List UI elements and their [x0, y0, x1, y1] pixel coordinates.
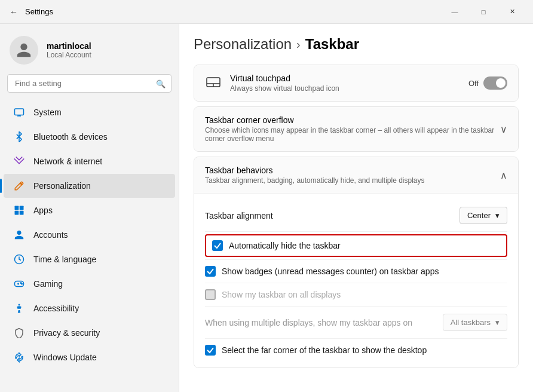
sidebar-item-update[interactable]: Windows Update	[4, 345, 175, 369]
section-header-text: Virtual touchpad Always show virtual tou…	[230, 74, 339, 93]
taskbar-behaviors-section: Taskbar behaviors Taskbar alignment, bad…	[194, 157, 519, 368]
window-controls: — □ ✕	[441, 2, 526, 22]
network-icon	[13, 155, 25, 167]
user-name: martinlocal	[47, 41, 91, 51]
corner-overflow-title: Taskbar corner overflow	[205, 115, 500, 125]
virtual-touchpad-desc: Always show virtual touchpad icon	[230, 84, 339, 93]
check-icon	[214, 242, 221, 249]
check-icon3	[207, 347, 214, 354]
alignment-dropdown[interactable]: Center ▾	[460, 207, 507, 224]
search-icon: 🔍	[156, 79, 166, 88]
svg-rect-3	[15, 206, 19, 210]
maximize-button[interactable]: □	[470, 2, 497, 22]
sidebar-nav: System Bluetooth & devices Network & int…	[0, 100, 179, 370]
sidebar-item-time[interactable]: Time & language	[4, 247, 175, 271]
section-header-left: Virtual touchpad Always show virtual tou…	[205, 74, 339, 93]
svg-point-13	[19, 304, 20, 306]
all-displays-row: Show my taskbar on all displays	[205, 284, 507, 305]
touchpad-toggle[interactable]	[483, 76, 507, 90]
app-title: Settings	[25, 7, 53, 16]
divider5	[205, 338, 507, 339]
search-box: 🔍	[7, 74, 171, 93]
sidebar-item-bluetooth[interactable]: Bluetooth & devices	[4, 125, 175, 149]
breadcrumb-separator: ›	[296, 38, 301, 51]
sidebar-item-gaming[interactable]: Gaming	[4, 272, 175, 296]
taskbar-corner-overflow-section: Taskbar corner overflow Choose which ico…	[194, 106, 519, 152]
alignment-chevron-icon: ▾	[495, 211, 500, 220]
time-icon	[13, 253, 25, 265]
minimize-button[interactable]: —	[441, 2, 468, 22]
sidebar-label-system: System	[33, 108, 62, 117]
app-body: martinlocal Local Account 🔍 System Bluet…	[0, 24, 533, 392]
alignment-value: Center	[467, 211, 491, 220]
privacy-icon	[13, 327, 25, 339]
auto-hide-row: Automatically hide the taskbar	[205, 234, 507, 257]
touchpad-icon	[205, 75, 222, 91]
title-bar-left: ← Settings	[7, 5, 53, 19]
toggle-switch: Off	[468, 76, 507, 90]
virtual-touchpad-title: Virtual touchpad	[230, 74, 339, 83]
divider3	[205, 283, 507, 283]
auto-hide-checkbox[interactable]	[212, 240, 223, 251]
show-badges-checkbox[interactable]	[205, 266, 216, 277]
system-icon	[13, 106, 25, 118]
sidebar-label-network: Network & internet	[33, 157, 102, 166]
sidebar: martinlocal Local Account 🔍 System Bluet…	[0, 24, 179, 392]
gaming-icon	[13, 278, 25, 290]
sidebar-label-gaming: Gaming	[33, 279, 63, 289]
avatar	[10, 36, 38, 65]
update-icon	[13, 351, 25, 363]
sidebar-label-time: Time & language	[33, 255, 96, 264]
all-displays-label: Show my taskbar on all displays	[222, 290, 341, 299]
multiple-displays-dropdown[interactable]: All taskbars ▾	[443, 314, 507, 331]
svg-rect-4	[20, 206, 24, 210]
divider2	[205, 259, 507, 260]
taskbar-behaviors-header[interactable]: Taskbar behaviors Taskbar alignment, bad…	[194, 157, 518, 193]
sidebar-item-system[interactable]: System	[4, 100, 175, 124]
svg-point-12	[22, 283, 23, 284]
toggle-label: Off	[468, 79, 479, 88]
behaviors-chevron: ∧	[500, 170, 507, 181]
user-avatar-icon	[16, 42, 32, 59]
multiple-displays-chevron-icon: ▾	[495, 318, 500, 327]
sidebar-item-privacy[interactable]: Privacy & security	[4, 321, 175, 345]
section-header-left3: Taskbar behaviors Taskbar alignment, bad…	[205, 166, 425, 185]
corner-overflow-desc: Choose which icons may appear in the tas…	[205, 126, 500, 143]
sidebar-label-bluetooth: Bluetooth & devices	[33, 132, 108, 142]
svg-rect-6	[20, 211, 24, 215]
user-info: martinlocal Local Account	[47, 41, 91, 59]
sidebar-item-personalization[interactable]: Personalization	[4, 174, 175, 198]
taskbar-alignment-row: Taskbar alignment Center ▾	[205, 201, 507, 230]
sidebar-item-accessibility[interactable]: Accessibility	[4, 296, 175, 320]
close-button[interactable]: ✕	[498, 2, 526, 22]
multiple-displays-value: All taskbars	[451, 318, 491, 327]
section-header-text3: Taskbar behaviors Taskbar alignment, bad…	[205, 166, 425, 185]
multiple-displays-row: When using multiple displays, show my ta…	[205, 308, 507, 337]
taskbar-corner-overflow-header[interactable]: Taskbar corner overflow Choose which ico…	[194, 107, 518, 151]
auto-hide-label: Automatically hide the taskbar	[229, 241, 341, 250]
sidebar-item-accounts[interactable]: Accounts	[4, 223, 175, 247]
sidebar-label-personalization: Personalization	[33, 181, 91, 191]
sidebar-label-update: Windows Update	[33, 353, 97, 362]
alignment-label: Taskbar alignment	[205, 211, 273, 220]
show-desktop-label: Select the far corner of the taskbar to …	[222, 345, 427, 355]
svg-rect-5	[15, 211, 19, 215]
show-desktop-checkbox[interactable]	[205, 345, 216, 356]
search-input[interactable]	[7, 74, 171, 93]
show-badges-label: Show badges (unread messages counter) on…	[222, 267, 439, 276]
sidebar-item-network[interactable]: Network & internet	[4, 149, 175, 173]
sidebar-label-apps: Apps	[33, 206, 53, 215]
sidebar-item-apps[interactable]: Apps	[4, 198, 175, 222]
svg-rect-0	[15, 109, 24, 115]
bluetooth-icon	[13, 131, 25, 143]
virtual-touchpad-header[interactable]: Virtual touchpad Always show virtual tou…	[194, 65, 518, 101]
behaviors-body: Taskbar alignment Center ▾ Automatically…	[194, 193, 518, 368]
user-section: martinlocal Local Account	[0, 24, 179, 74]
back-button[interactable]: ←	[7, 5, 20, 19]
accounts-icon	[13, 229, 25, 241]
apps-icon	[13, 204, 25, 216]
all-displays-checkbox[interactable]	[205, 289, 216, 300]
sidebar-label-privacy: Privacy & security	[33, 328, 100, 338]
show-badges-row: Show badges (unread messages counter) on…	[205, 261, 507, 281]
sidebar-label-accounts: Accounts	[33, 230, 68, 240]
